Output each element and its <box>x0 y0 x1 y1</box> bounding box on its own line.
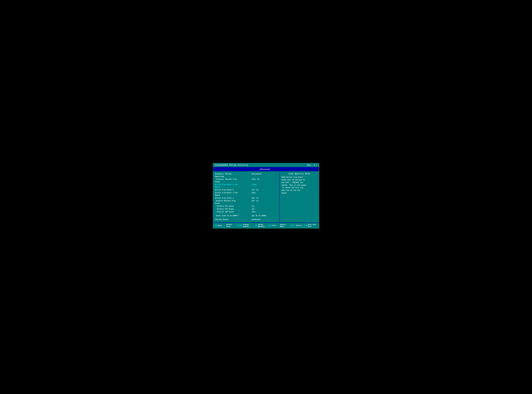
key-esc-label: ESC <box>269 224 271 226</box>
key-enter-desc: Select <box>296 224 302 226</box>
title-bar: InsydeH2O Setup Utility Rev. 3.7 <box>213 163 319 167</box>
key-group-left: F1 Help ↑↓ Select Item F5/F6 Change Valu… <box>215 224 269 228</box>
list-item[interactable]: Thermal Device [Enabled] <box>215 218 278 221</box>
list-item[interactable]: Critical Thermal TripPoint [103 °C] <box>215 178 278 183</box>
key-f10-desc: Save and Exit <box>308 224 317 228</box>
key-f5f6-label: F5/F6 <box>237 224 242 226</box>
bottom-bar: F1 Help ↑↓ Select Item F5/F6 Change Valu… <box>213 223 319 228</box>
section-gap <box>215 213 278 215</box>
key-arrows-desc: Select Item <box>226 224 235 228</box>
key-esc-desc: Exit <box>272 224 276 226</box>
setting-value: [103 °C] <box>252 178 259 180</box>
list-item[interactable]: Active Trip Point 1 FanSpeed [25] <box>215 192 278 197</box>
nav-arrow: ↑ <box>272 168 274 171</box>
list-item[interactable]: Slots with TS on DIMM's [No TS on DIMM] <box>215 215 278 217</box>
setting-label: Active Trip Point 0 <box>215 189 250 191</box>
key-enter-label: Enter <box>290 224 295 226</box>
setting-label-highlighted: Active Trip Point 0 FanSpeed <box>215 183 250 188</box>
setting-value: [5] <box>252 208 255 210</box>
list-item[interactable]: Passive Thermal TripPoint [87 °C] <box>215 200 278 205</box>
section-gap <box>215 217 278 218</box>
list-item[interactable]: Automatic ThermalReporting [Disabled] <box>215 173 278 178</box>
setting-label: Passive Thermal TripPoint <box>215 200 250 205</box>
setting-label: Active Trip Point 1 FanSpeed <box>215 192 250 197</box>
setting-label: Active Trip Point 1 <box>215 197 250 199</box>
key-arrows-item: ↑↓ Select Item <box>224 224 235 228</box>
bios-container: InsydeH2O Setup Utility Rev. 3.7 Advance… <box>213 163 319 228</box>
key-lr-desc: Select Menu <box>280 224 288 228</box>
list-item[interactable]: Passive TC1 Value [1] <box>215 205 278 207</box>
list-item[interactable]: Active Trip Point 0 FanSpeed [100] <box>215 183 278 188</box>
key-lr-arrows: ↔ Select Menu <box>278 224 288 228</box>
setting-value-highlighted: [100] <box>252 184 256 186</box>
list-item[interactable]: Passive TSP Value [10] <box>215 211 278 213</box>
setting-value: [Enabled] <box>252 219 261 220</box>
nav-advanced[interactable]: Advanced <box>258 168 271 171</box>
key-f5f6: F5/F6 Change Values <box>237 224 253 228</box>
key-f9-desc: Setup Default <box>258 224 269 228</box>
nav-bar: Advanced ↑ <box>213 167 319 171</box>
setting-label: Slots with TS on DIMM's <box>215 215 250 217</box>
setting-value: [87 °C] <box>252 189 259 191</box>
key-enter: Enter Select <box>290 224 302 228</box>
setting-label: Passive TC1 Value <box>215 205 250 207</box>
key-f1: F1 Help <box>215 224 222 228</box>
setting-label: Passive TC2 Value <box>215 208 250 210</box>
key-f1-label: F1 <box>215 224 217 226</box>
key-group-right: ESC Exit ↔ Select Menu Enter Select F10 … <box>269 224 317 228</box>
setting-label: Critical Thermal TripPoint <box>215 178 250 183</box>
key-lr-label: ↔ <box>278 224 279 226</box>
key-esc: ESC Exit <box>269 224 276 228</box>
list-item[interactable]: Active Trip Point 1 [63 °C] <box>215 197 278 199</box>
help-text: ACPI Active Trip Point - Value must be b… <box>282 176 317 194</box>
left-panel: Automatic ThermalReporting [Disabled] Cr… <box>213 171 280 223</box>
setting-value: [1] <box>252 205 255 207</box>
setting-value: [No TS on DIMM] <box>252 215 266 217</box>
key-arrows-label: ↑↓ <box>224 224 226 226</box>
key-f9-label: F9 <box>255 224 257 226</box>
key-f9: F9 Setup Default <box>255 224 269 228</box>
setting-label: Automatic ThermalReporting <box>215 173 250 178</box>
setting-label: Thermal Device <box>215 218 250 221</box>
list-item[interactable]: Passive TC2 Value [5] <box>215 208 278 210</box>
key-f1-desc: Help <box>218 224 222 226</box>
right-panel: Item Specific Help ACPI Active Trip Poin… <box>280 171 319 223</box>
setting-value: [63 °C] <box>252 197 259 199</box>
setting-value: [10] <box>252 211 255 213</box>
help-title: Item Specific Help <box>282 173 317 175</box>
screen-wrapper: InsydeH2O Setup Utility Rev. 3.7 Advance… <box>209 158 323 236</box>
bios-rev: Rev. 3.7 <box>307 164 317 166</box>
key-f10: F10 Save and Exit <box>304 224 317 228</box>
setting-value: [87 °C] <box>252 200 259 202</box>
bios-title: InsydeH2O Setup Utility <box>215 164 248 166</box>
main-content: Automatic ThermalReporting [Disabled] Cr… <box>213 171 319 223</box>
setting-value: [Disabled] <box>252 173 261 175</box>
key-f5f6-desc: Change Values <box>243 224 253 228</box>
setting-label: Passive TSP Value <box>215 211 250 213</box>
list-item[interactable]: Active Trip Point 0 [87 °C] <box>215 189 278 191</box>
setting-value: [25] <box>252 192 255 194</box>
key-f10-label: F10 <box>304 224 307 226</box>
